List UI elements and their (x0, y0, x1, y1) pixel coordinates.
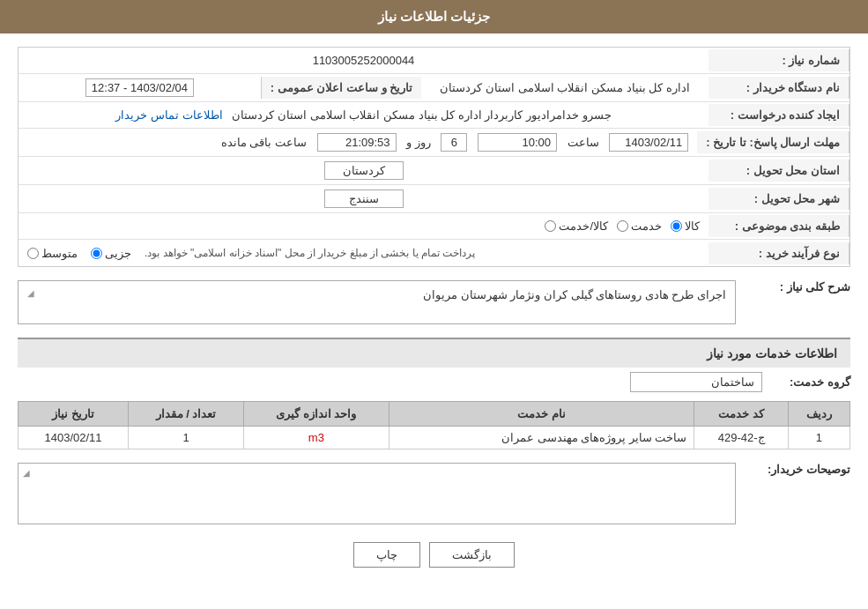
ijad-row: ایجاد کننده درخواست : جسرو خدامرادیور کا… (19, 102, 849, 129)
dastgah-label: نام دستگاه خریدار : (708, 77, 849, 99)
ostan-value: کردستان (19, 157, 708, 184)
shomara-label: شماره نیاز : (708, 49, 849, 71)
print-button[interactable]: چاپ (353, 542, 420, 568)
tarikh-field: 1403/02/11 (609, 133, 688, 152)
ijad-link[interactable]: اطلاعات تماس خریدار (115, 108, 222, 122)
farayand-motevaset-label: متوسط (41, 247, 78, 260)
sharh-box: اجرای طرح هادی روستاهای گیلی کران ونژمار… (18, 280, 736, 324)
tabaqe-label: طبقه بندی موضوعی : (708, 215, 849, 237)
saat-field: 10:00 (478, 133, 557, 152)
ostan-field: کردستان (324, 161, 404, 180)
cell-name: ساخت سایر پروژه‌های مهندسی عمران (389, 427, 694, 449)
elan-input: 1403/02/04 - 12:37 (85, 78, 194, 97)
farayand-motevaset-item: متوسط (27, 247, 78, 260)
mohlet-row: مهلت ارسال پاسخ: تا تاریخ : 1403/02/11 س… (19, 129, 849, 157)
shomara-value: 1103005252000044 (19, 49, 708, 71)
tawzihat-resize: ◢ (23, 468, 30, 478)
farayand-jozii-item: جزیی (91, 247, 131, 260)
farayand-row: نوع فرآیند خرید : متوسط جزیی پرداخت تمام… (19, 240, 849, 266)
saat-label: ساعت (568, 136, 599, 149)
mohlet-label: مهلت ارسال پاسخ: تا تاریخ : (697, 131, 849, 153)
cell-date: 1403/02/11 (19, 427, 129, 449)
gorooh-row: گروه خدمت: ساختمان (18, 372, 850, 392)
cell-radif: 1 (788, 427, 849, 449)
roz-field: 6 (441, 133, 467, 152)
ostan-label: استان محل تحویل : (708, 160, 849, 182)
roz-label: روز و (406, 136, 431, 149)
tabaqe-value: کالا/خدمت خدمت کالا (19, 215, 708, 237)
dastgah-elan-row: نام دستگاه خریدار : اداره کل بنیاد مسکن … (19, 74, 849, 102)
shahr-field: سنندج (324, 189, 404, 208)
gorooh-value: ساختمان (630, 372, 762, 392)
main-content: شماره نیاز : 1103005252000044 نام دستگاه… (0, 33, 868, 594)
farayand-desc: پرداخت تمام یا بخشی از مبلغ خریدار از مح… (145, 247, 475, 259)
col-name: نام خدمت (389, 402, 694, 427)
table-body: 1 ج-42-429 ساخت سایر پروژه‌های مهندسی عم… (19, 427, 850, 449)
farayand-value: متوسط جزیی پرداخت تمام یا بخشی از مبلغ خ… (19, 242, 708, 264)
gorooh-label: گروه خدمت: (771, 375, 850, 389)
cell-count: 1 (129, 427, 244, 449)
resize-handle: ◢ (27, 288, 34, 298)
tawzihat-box: ◢ (18, 463, 736, 524)
khadamat-title: اطلاعات خدمات مورد نیاز (18, 338, 850, 368)
buttons-row: بازگشت چاپ (18, 542, 850, 568)
elan-value: 1403/02/04 - 12:37 (19, 74, 261, 101)
col-date: تاریخ نیاز (19, 402, 129, 427)
page-wrapper: جزئیات اطلاعات نیاز شماره نیاز : 1103005… (0, 0, 868, 609)
farayand-jozii-label: جزیی (105, 247, 131, 260)
back-button[interactable]: بازگشت (429, 542, 515, 568)
shahr-label: شهر محل تحویل : (708, 188, 849, 210)
elan-label: تاریخ و ساعت اعلان عمومی : (261, 77, 421, 99)
page-header: جزئیات اطلاعات نیاز (0, 0, 868, 33)
sharh-content: اجرای طرح هادی روستاهای گیلی کران ونژمار… (18, 276, 736, 329)
sharh-section: شرح کلی نیاز : اجرای طرح هادی روستاهای گ… (18, 276, 850, 329)
dastgah-value: اداره کل بنیاد مسکن انقلاب اسلامی استان … (421, 77, 708, 99)
mohlet-inline: 1403/02/11 ساعت 10:00 6 روز و 21:09:53 س… (221, 133, 689, 152)
tabaqe-khedmat-item: خدمت (617, 219, 662, 233)
ijad-text: جسرو خدامرادیور کاربردار اداره کل بنیاد … (232, 108, 611, 122)
tabaqe-kala-khedmat-label: کالا/خدمت (559, 219, 608, 233)
farayand-motevaset-radio[interactable] (27, 248, 39, 259)
farayand-label: نوع فرآیند خرید : (708, 242, 849, 264)
ijad-value: جسرو خدامرادیور کاربردار اداره کل بنیاد … (19, 104, 708, 126)
cell-unit: m3 (243, 427, 389, 449)
tawzihat-section: توصیحات خریدار: ◢ (18, 458, 850, 529)
tawzihat-label: توصیحات خریدار: (745, 458, 850, 476)
cell-code: ج-42-429 (694, 427, 788, 449)
farayand-jozii-radio[interactable] (91, 248, 102, 259)
shahr-value: سنندج (19, 185, 708, 212)
ostan-row: استان محل تحویل : کردستان (19, 157, 849, 185)
tabaqe-radio-group: کالا/خدمت خدمت کالا (545, 219, 700, 233)
tabaqe-kala-khedmat-item: کالا/خدمت (545, 219, 608, 233)
tawzihat-content: ◢ (18, 458, 736, 529)
tabaqe-khedmat-radio[interactable] (617, 220, 628, 232)
tabaqe-kala-khedmat-radio[interactable] (545, 220, 556, 232)
table-header-row: ردیف کد خدمت نام خدمت واحد اندازه گیری ت… (19, 402, 850, 427)
col-unit: واحد اندازه گیری (243, 402, 389, 427)
tabaqe-kala-label: کالا (685, 219, 700, 233)
saat-mande-label: ساعت باقی مانده (221, 136, 307, 149)
shahr-row: شهر محل تحویل : سنندج (19, 185, 849, 213)
table-header: ردیف کد خدمت نام خدمت واحد اندازه گیری ت… (19, 402, 850, 427)
sharh-label: شرح کلی نیاز : (745, 276, 850, 293)
tabaqe-row: طبقه بندی موضوعی : کالا/خدمت خدمت کالا (19, 213, 849, 240)
shomara-row: شماره نیاز : 1103005252000044 (19, 48, 849, 74)
saat-mande-field: 21:09:53 (317, 133, 397, 152)
table-row: 1 ج-42-429 ساخت سایر پروژه‌های مهندسی عم… (19, 427, 850, 449)
sharh-value: اجرای طرح هادی روستاهای گیلی کران ونژمار… (423, 288, 726, 301)
info-section: شماره نیاز : 1103005252000044 نام دستگاه… (18, 47, 850, 267)
col-code: کد خدمت (694, 402, 788, 427)
col-radif: ردیف (788, 402, 849, 427)
mohlet-value: 1403/02/11 ساعت 10:00 6 روز و 21:09:53 س… (19, 129, 697, 156)
header-title: جزئیات اطلاعات نیاز (378, 9, 490, 24)
tabaqe-kala-radio[interactable] (671, 220, 682, 232)
tabaqe-kala-item: کالا (671, 219, 700, 233)
col-count: تعداد / مقدار (129, 402, 244, 427)
ijad-label: ایجاد کننده درخواست : (708, 104, 849, 126)
tabaqe-khedmat-label: خدمت (631, 219, 662, 233)
services-table: ردیف کد خدمت نام خدمت واحد اندازه گیری ت… (18, 401, 850, 449)
